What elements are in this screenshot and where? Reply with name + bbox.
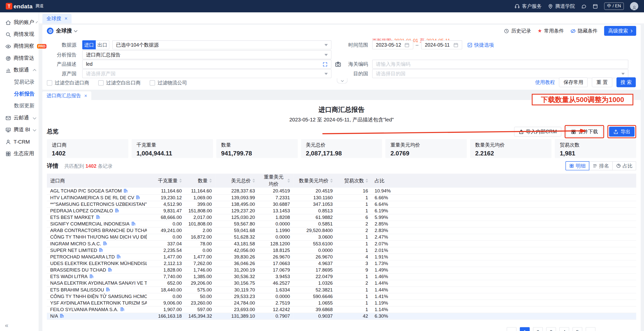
importer-cell[interactable]: ETS BRAHIM SALISSOU [47,286,147,293]
next-page-button[interactable]: › [586,327,595,331]
page-button-1[interactable]: 1 [520,327,530,331]
close-icon[interactable]: × [64,16,67,21]
fullscreen-icon[interactable] [323,61,328,67]
importer-cell[interactable]: INGRAM MICRO S.A.C. [47,240,147,247]
prev-page-button[interactable]: ‹ [507,327,516,331]
filter-blank-exporter-checkbox[interactable]: 过滤空白出口商 [98,79,140,86]
sidebar-item-cloud-mail[interactable]: 云邮通 [0,112,39,124]
column-header[interactable]: 重量美元均价 [258,174,293,188]
hs-code-input[interactable]: 请输入海关编码 [372,60,628,69]
import-crm-button[interactable]: 导入内部CRM [514,127,561,137]
importer-cell[interactable]: YSF AYDINLATMA ELEKTRONIK TURIZM SANAYI … [47,300,147,306]
importer-cell[interactable]: CÔNG TY TNHH THƯƠNG MẠI DỊCH VỤ ĐIỆN MẠN… [47,234,147,240]
view-detail-button[interactable]: 明细 [565,161,589,170]
data-source-select[interactable]: 已选中104个数据源 [112,40,332,49]
importer-cell[interactable]: PEDRAJA LOPEZ GONZALO [47,207,147,214]
sidebar-item-data-hub[interactable]: 数据通 [0,64,39,76]
sidebar-item-biz-radar[interactable]: 商情雷达 [0,52,39,64]
filter-logistics-checkbox[interactable]: 过滤物流公司 [150,79,187,86]
importer-cell[interactable]: **"SAMSUNG ELECTRONICS UZBEKISTAN"** mas… [47,201,147,207]
importer-cell[interactable]: NASA ELEKTRIK AYDINLATMA SANAYI VE TICAR… [47,280,147,286]
sidebar-item-biz-insight[interactable]: 商情洞察 PRO [0,40,39,52]
importer-cell[interactable]: ETS WADI LITRA [47,273,147,280]
importer-cell[interactable]: CÔNG TY TNHH ĐIỆN TỬ SAMSUNG HCMC CE COM… [47,293,147,300]
importer-cell[interactable]: SUPER NET LIMITED [47,247,147,253]
sidebar-item-trade-records[interactable]: 贸易记录 [0,76,39,88]
company-icon[interactable] [136,195,140,200]
importer-cell[interactable]: ETS BEST MARKET [47,214,147,220]
company-icon[interactable] [115,208,119,213]
sidebar-item-eco-apps[interactable]: 生态应用 [0,148,39,159]
report-type-select[interactable]: 进口商汇总报告 [82,50,332,59]
importer-cell[interactable]: HTV LATINOAMERICA S DE RL DE CV [47,194,147,201]
export-toggle[interactable]: 出口 [96,40,110,49]
sidebar-collapse-button[interactable]: « [5,322,9,329]
save-conditions-button[interactable]: 保存常用 [559,77,588,87]
page-button-4[interactable]: 4 [559,327,569,331]
origin-country-select[interactable]: 请选择原产国 [82,69,332,78]
importer-cell[interactable]: ARAB CONTRACTORS BRANCHE DU TCHAD [47,227,147,234]
avatar[interactable] [630,2,638,10]
importer-cell[interactable]: BRASSERIES DU TCHAD [47,267,147,273]
importer-cell[interactable]: N/A [47,313,147,319]
company-icon[interactable] [103,241,107,246]
company-icon[interactable] [60,314,64,318]
page-button-5[interactable]: 5 [573,327,582,331]
tab-report[interactable]: 进口商汇总报告 × [42,91,91,100]
date-to-input[interactable]: 2024-05-11 [421,40,462,49]
tendata-logo[interactable]: T endata 腾道 [6,3,44,9]
product-description-input[interactable]: led [82,60,332,69]
sidebar-item-my-account[interactable]: 我的账户 [0,16,39,28]
column-header[interactable]: 数量美元均价 [293,177,336,184]
tutorial-link[interactable]: 使用教程 [535,79,555,86]
collapse-form-button[interactable] [337,78,347,83]
external-link-icon[interactable] [593,4,598,9]
company-icon[interactable] [123,188,128,193]
customer-service-link[interactable]: 客户服务 [515,3,542,10]
filter-blank-importer-checkbox[interactable]: 过滤空白进口商 [47,79,89,86]
date-from-input[interactable]: 2023-05-12 [372,40,413,49]
history-button[interactable]: 历史记录 [504,27,531,35]
column-header[interactable]: 美元总价 [215,177,258,184]
importer-cell[interactable]: PETROCHAD MANGARA LTD [47,253,147,260]
sort-icon[interactable] [288,179,290,183]
sort-icon[interactable] [179,179,182,183]
company-icon[interactable] [89,274,94,279]
view-proportion-button[interactable]: 占比 [612,161,636,170]
favorites-button[interactable]: ★ 常用条件 [538,27,564,35]
company-icon[interactable] [131,221,136,226]
chat-icon[interactable] [581,4,586,9]
sort-icon[interactable] [330,179,333,183]
company-icon[interactable] [106,287,110,292]
search-button[interactable]: 搜 索 [616,77,636,87]
sidebar-item-t-crm[interactable]: T-CRM [0,136,39,148]
sidebar-item-biz-discovery[interactable]: 商情发现 [0,28,39,40]
search-scope-dropdown[interactable]: 全球搜 [47,27,77,35]
language-toggle[interactable]: 中 / EN [604,3,624,10]
sidebar-item-analysis-reports[interactable]: 分析报告 [0,88,39,100]
reset-button[interactable]: 重 置 [592,77,612,87]
view-ranking-button[interactable]: 排名 [589,161,613,170]
export-button[interactable]: 导出 [609,127,634,137]
importer-cell[interactable]: SIGNIFY COMMERCIAL INDONESIA [47,221,147,227]
importer-cell[interactable]: UDES ELEKTRIK ELEKTRONIK MÜHENDISLIK SAN… [47,260,147,267]
column-header[interactable]: 千克重量 [147,177,185,184]
company-icon[interactable] [120,307,124,312]
column-header[interactable]: 贸易次数 [336,177,371,184]
sort-icon[interactable] [209,179,212,183]
close-icon[interactable]: × [84,93,87,98]
advanced-search-button[interactable]: 高级搜索 [604,26,636,36]
company-icon[interactable] [116,254,121,259]
company-icon[interactable] [99,248,103,252]
sort-icon[interactable] [366,179,368,183]
sidebar-item-data-update[interactable]: 数据更新 [0,100,39,112]
quick-options-link[interactable]: 快捷选项 [467,40,494,49]
importer-cell[interactable]: FEILO SYLVANIA PANAMA S.A. [47,306,147,313]
destination-country-select[interactable]: 请选择目的国 [372,69,628,78]
page-button-2[interactable]: 2 [533,327,543,331]
page-button-3[interactable]: 3 [546,327,556,331]
tab-global-search[interactable]: 全球搜 × [42,14,71,23]
importer-cell[interactable]: AGL TCHAD P/C SOGEA SATOM [47,188,147,194]
company-icon[interactable] [108,268,112,272]
company-icon[interactable] [96,215,100,219]
